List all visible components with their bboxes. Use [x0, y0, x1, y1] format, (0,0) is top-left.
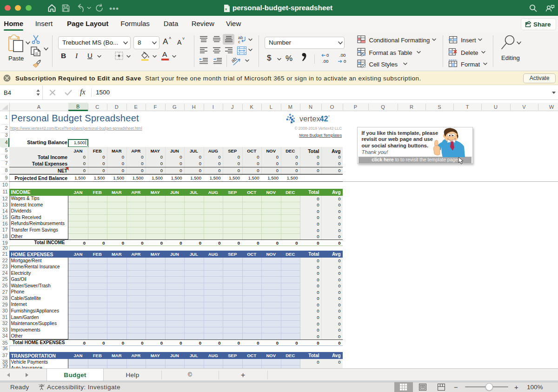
svg-text:.00: .00 — [322, 59, 328, 64]
svg-text:0: 0 — [344, 59, 346, 64]
svg-text:42: 42 — [320, 115, 328, 123]
svg-text:ab: ab — [232, 56, 238, 64]
svg-text:vertex: vertex — [299, 115, 320, 123]
svg-text:.00: .00 — [339, 53, 345, 58]
svg-text:c: c — [238, 39, 240, 44]
svg-text:0: 0 — [326, 53, 329, 58]
